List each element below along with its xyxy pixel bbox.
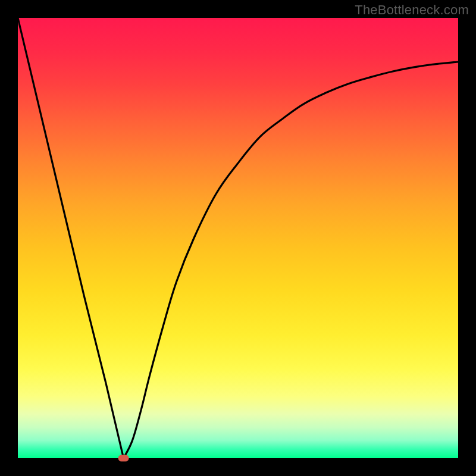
plot-area xyxy=(18,18,458,458)
curve-svg xyxy=(18,18,458,458)
chart-frame: TheBottleneck.com xyxy=(0,0,476,476)
bottleneck-curve xyxy=(18,18,458,458)
minimum-marker-icon xyxy=(118,455,129,462)
watermark-text: TheBottleneck.com xyxy=(355,2,469,18)
